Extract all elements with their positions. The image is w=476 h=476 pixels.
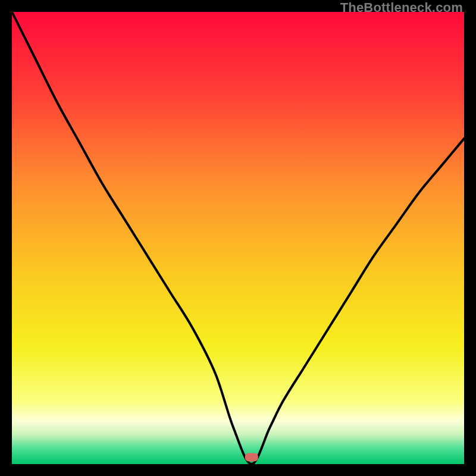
- optimum-marker: [245, 453, 258, 462]
- bottleneck-chart: [12, 12, 464, 464]
- chart-frame: [12, 12, 464, 464]
- watermark-text: TheBottleneck.com: [340, 0, 463, 15]
- gradient-background: [12, 12, 464, 464]
